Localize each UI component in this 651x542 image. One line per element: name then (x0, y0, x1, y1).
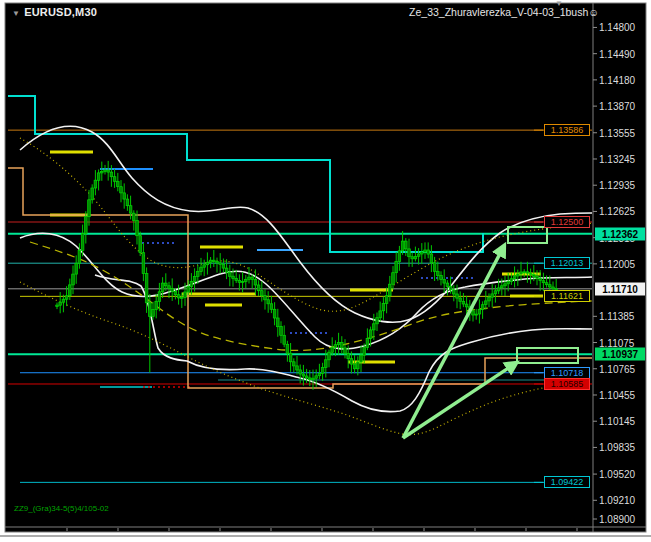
candle-body (398, 251, 401, 262)
candle-body (488, 297, 491, 301)
chart-canvas[interactable] (0, 0, 651, 542)
candle-body (302, 374, 305, 376)
candle-body (494, 291, 497, 294)
candle-body (206, 262, 209, 264)
candle-body (126, 199, 129, 206)
candle-body (305, 376, 308, 378)
candle-body (401, 241, 404, 251)
axis-tick-label: 1.09520 (599, 469, 635, 480)
candle-body (517, 274, 520, 276)
candle-body (280, 327, 283, 336)
candle-body (421, 252, 424, 254)
candle-body (270, 304, 273, 310)
axis-tick-label: 1.14180 (599, 74, 635, 85)
price-level-label[interactable]: 1.10718 (544, 367, 590, 379)
candle-body (219, 263, 222, 264)
candle-body (542, 281, 545, 283)
candle-body (133, 213, 136, 220)
candle-body (334, 345, 337, 348)
candle-body (75, 263, 78, 274)
candle-body (369, 330, 372, 339)
horizontal-scrollbar[interactable] (0, 535, 651, 537)
candle-body (539, 279, 542, 281)
axis-price-highlight: 1.10937 (595, 348, 645, 361)
candle-body (376, 318, 379, 324)
candle-body (273, 309, 276, 318)
candle-body (507, 281, 510, 283)
candle-body (142, 253, 145, 274)
candle-body (229, 272, 232, 276)
candle-body (465, 304, 468, 307)
candle-body (289, 353, 292, 362)
candle-body (200, 267, 203, 271)
candle-body (353, 364, 356, 369)
candle-body (389, 284, 392, 296)
candle-body (248, 277, 251, 279)
candle-body (120, 187, 123, 193)
candle-body (59, 302, 62, 305)
candle-body (136, 221, 139, 236)
chart-dropdown-icon[interactable]: ▼ (12, 9, 20, 18)
price-level-label[interactable]: 1.12500 (544, 216, 590, 228)
candle-body (193, 277, 196, 282)
price-level-label[interactable]: 1.10585 (544, 378, 590, 390)
candle-body (261, 291, 264, 296)
candle-body (513, 276, 516, 279)
price-level-label[interactable]: 1.12013 (544, 257, 590, 269)
trading-terminal: ▼EURUSD,M30 ▼ Ze_33_Zhuravlerezka_V-04-0… (0, 0, 651, 542)
candle-body (350, 359, 353, 364)
candle-body (405, 241, 408, 249)
axis-tick-label: 1.14490 (599, 48, 635, 59)
axis-price-highlight: 1.11710 (595, 282, 645, 295)
candle-body (72, 274, 75, 285)
candle-body (85, 217, 88, 234)
candle-body (520, 272, 523, 274)
candle-body (379, 311, 382, 318)
candle-body (453, 290, 456, 294)
candle-body (315, 376, 318, 378)
axis-tick-label: 1.13870 (599, 101, 635, 112)
candle-body (299, 370, 302, 374)
candle-body (552, 287, 555, 289)
candle-body (296, 366, 299, 370)
candle-body (536, 277, 539, 279)
candle-body (331, 347, 334, 352)
candle-body (203, 265, 206, 267)
candle-body (312, 378, 315, 380)
candle-body (177, 295, 180, 298)
candle-body (168, 286, 171, 289)
candle-body (149, 303, 152, 317)
candle-body (337, 343, 340, 345)
candle-body (472, 311, 475, 315)
axis-price-highlight: 1.12362 (595, 227, 645, 240)
candle-body (411, 257, 414, 259)
candle-body (129, 206, 132, 213)
candle-body (504, 284, 507, 286)
candle-body (181, 298, 184, 299)
candle-body (456, 294, 459, 298)
candle-body (424, 250, 427, 252)
candle-body (78, 251, 81, 264)
candle-body (213, 260, 216, 261)
candle-body (491, 294, 494, 297)
axis-tick-label: 1.10455 (599, 389, 635, 400)
candle-body (293, 362, 296, 366)
price-level-label[interactable]: 1.11621 (544, 290, 590, 302)
indicator-footer-label: ZZ9_(Gra)34-5(5)4/105-02 (14, 504, 109, 513)
candle-body (497, 288, 500, 291)
candle-body (529, 273, 532, 274)
axis-tick-label: 1.13555 (599, 127, 635, 138)
candle-body (232, 276, 235, 278)
candle-body (184, 292, 187, 297)
price-level-label[interactable]: 1.09422 (544, 476, 590, 488)
candle-body (254, 279, 257, 285)
candle-body (475, 314, 478, 315)
price-level-label[interactable]: 1.13586 (544, 124, 590, 136)
candle-body (110, 172, 113, 177)
axis-tick-label: 1.11385 (599, 311, 634, 322)
candle-body (309, 378, 312, 380)
candle-body (69, 285, 72, 296)
candle-body (545, 283, 548, 285)
candle-body (485, 301, 488, 305)
candle-body (440, 275, 443, 279)
